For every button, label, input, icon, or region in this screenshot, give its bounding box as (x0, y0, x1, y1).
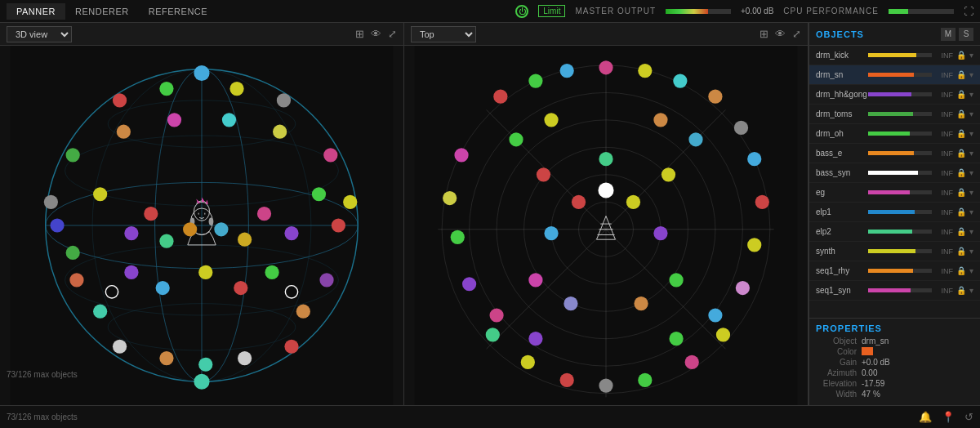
obj-bar-container-seq1_rhy (868, 269, 932, 273)
obj-lock-drm_hh&gong[interactable]: 🔒 (956, 90, 966, 99)
obj-bar-synth (868, 249, 915, 253)
svg-point-35 (124, 226, 138, 240)
bell-icon[interactable]: 🔔 (919, 411, 932, 423)
obj-lock-synth[interactable]: 🔒 (956, 247, 966, 256)
svg-point-55 (113, 340, 127, 354)
svg-point-33 (66, 246, 80, 260)
obj-arrow-bass_e[interactable]: ▾ (969, 149, 973, 158)
obj-lock-drm_toms[interactable]: 🔒 (956, 109, 966, 118)
object-row-bass_syn[interactable]: bass_synINF🔒▾ (809, 163, 980, 183)
svg-point-85 (443, 191, 457, 205)
object-row-elp1[interactable]: elp1INF🔒▾ (809, 203, 980, 222)
object-row-seq1_rhy[interactable]: seq1_rhyINF🔒▾ (809, 261, 980, 281)
panel-3d: 3D view Top Front Side ⊞ 👁 ⤢ (0, 23, 404, 405)
obj-lock-bass_syn[interactable]: 🔒 (956, 168, 966, 177)
svg-point-36 (144, 207, 158, 221)
obj-bar-drm_sn (868, 73, 914, 77)
prop-width-value: 47 % (862, 390, 880, 399)
prop-width-label: Width (816, 390, 857, 399)
obj-lock-elp2[interactable]: 🔒 (956, 227, 966, 236)
obj-name-drm_toms: drm_toms (816, 109, 865, 118)
main-content: 3D view Top Front Side ⊞ 👁 ⤢ (0, 23, 980, 405)
obj-inf-elp1: INF (935, 208, 953, 216)
bottom-stat: 73/126 max objects (7, 412, 78, 421)
tab-reference[interactable]: REFERENCE (139, 3, 217, 20)
obj-bar-seq1_rhy (868, 269, 913, 273)
obj-lock-bass_e[interactable]: 🔒 (956, 149, 966, 158)
svg-point-26 (117, 125, 131, 139)
obj-inf-synth: INF (935, 247, 953, 256)
obj-arrow-drm_kick[interactable]: ▾ (969, 51, 973, 60)
eye-icon[interactable]: 👁 (371, 28, 381, 40)
obj-bar-drm_kick (868, 53, 916, 57)
obj-bar-elp2 (868, 230, 912, 234)
obj-arrow-seq1_syn[interactable]: ▾ (969, 286, 973, 295)
power-button[interactable]: ⏻ (515, 5, 528, 18)
top-fullscreen-icon[interactable]: ⤢ (792, 28, 801, 40)
obj-bar-container-drm_toms (868, 112, 932, 116)
obj-bar-container-drm_kick (868, 53, 932, 57)
obj-arrow-bass_syn[interactable]: ▾ (969, 168, 973, 177)
obj-lock-seq1_syn[interactable]: 🔒 (956, 286, 966, 295)
tab-renderer[interactable]: RENDERER (65, 3, 139, 20)
obj-arrow-synth[interactable]: ▾ (969, 247, 973, 256)
obj-bar-drm_oh (868, 132, 910, 136)
obj-name-drm_oh: drm_oh (816, 129, 865, 138)
obj-arrow-eg[interactable]: ▾ (969, 188, 973, 197)
refresh-icon[interactable]: ↺ (964, 411, 973, 423)
obj-arrow-drm_sn[interactable]: ▾ (969, 70, 973, 79)
object-row-elp2[interactable]: elp2INF🔒▾ (809, 222, 980, 242)
svg-point-42 (284, 226, 298, 240)
obj-lock-seq1_rhy[interactable]: 🔒 (956, 266, 966, 275)
obj-name-eg: eg (816, 188, 865, 197)
objects-list: drm_kickINF🔒▾drm_snINF🔒▾drm_hh&gongINF🔒▾… (809, 46, 980, 318)
svg-point-43 (312, 187, 326, 201)
svg-point-114 (572, 195, 586, 209)
obj-arrow-drm_toms[interactable]: ▾ (969, 109, 973, 118)
svg-point-27 (167, 113, 181, 127)
obj-lock-elp1[interactable]: 🔒 (956, 207, 966, 216)
object-row-synth[interactable]: synthINF🔒▾ (809, 242, 980, 261)
expand-icon[interactable]: ⛶ (964, 6, 973, 17)
fullscreen-icon[interactable]: ⤢ (388, 28, 397, 40)
object-row-drm_sn[interactable]: drm_snINF🔒▾ (809, 65, 980, 85)
svg-point-87 (462, 277, 476, 291)
obj-arrow-elp2[interactable]: ▾ (969, 227, 973, 236)
top-grid-icon[interactable]: ⊞ (760, 28, 768, 40)
s-button[interactable]: S (959, 28, 973, 41)
3d-view-select[interactable]: 3D view Top Front Side (7, 26, 72, 42)
master-output-bar (666, 9, 731, 14)
pin-icon[interactable]: 📍 (942, 411, 955, 423)
obj-lock-drm_oh[interactable]: 🔒 (956, 129, 966, 138)
svg-point-93 (521, 355, 535, 369)
svg-point-53 (296, 305, 310, 319)
object-row-drm_hh&gong[interactable]: drm_hh&gongINF🔒▾ (809, 85, 980, 105)
object-row-eg[interactable]: egINF🔒▾ (809, 183, 980, 203)
object-row-bass_e[interactable]: bass_eINF🔒▾ (809, 144, 980, 163)
object-row-seq1_syn[interactable]: seq1_synINF🔒▾ (809, 281, 980, 301)
grid-icon[interactable]: ⊞ (355, 28, 364, 40)
obj-bar-container-elp1 (868, 210, 932, 214)
obj-lock-drm_sn[interactable]: 🔒 (956, 70, 966, 79)
m-button[interactable]: M (941, 28, 956, 41)
obj-arrow-drm_hh&gong[interactable]: ▾ (969, 90, 973, 99)
svg-point-110 (528, 273, 542, 287)
object-row-drm_toms[interactable]: drm_tomsINF🔒▾ (809, 105, 980, 124)
svg-point-41 (257, 207, 271, 221)
prop-azimuth-value: 0.00 (862, 368, 877, 377)
prop-object-value: drm_sn (862, 337, 889, 346)
obj-arrow-seq1_rhy[interactable]: ▾ (969, 266, 973, 275)
top-eye-icon[interactable]: 👁 (775, 28, 786, 40)
obj-bar-bass_syn (868, 171, 918, 175)
obj-lock-eg[interactable]: 🔒 (956, 188, 966, 197)
svg-point-79 (493, 90, 507, 104)
obj-arrow-elp1[interactable]: ▾ (969, 207, 973, 216)
svg-point-78 (638, 64, 652, 78)
object-row-drm_kick[interactable]: drm_kickINF🔒▾ (809, 46, 980, 65)
obj-lock-drm_kick[interactable]: 🔒 (956, 51, 966, 60)
tab-panner[interactable]: PANNER (7, 3, 65, 20)
top-view-select[interactable]: Top 3D view Front Side (411, 26, 476, 42)
limit-button[interactable]: Limit (538, 5, 565, 17)
object-row-drm_oh[interactable]: drm_ohINF🔒▾ (809, 124, 980, 144)
obj-arrow-drm_oh[interactable]: ▾ (969, 129, 973, 138)
